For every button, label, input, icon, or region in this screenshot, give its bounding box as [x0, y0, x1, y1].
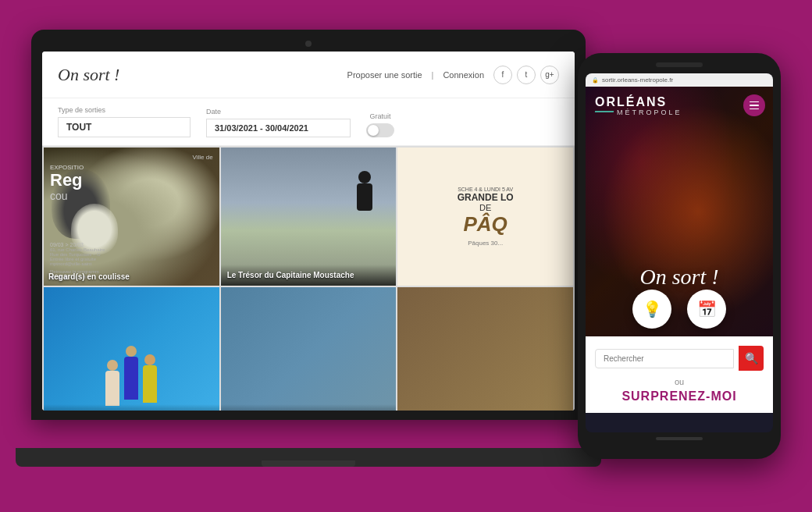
type-label: Type de sorties — [58, 106, 191, 114]
site-logo: On sort ! — [58, 65, 119, 85]
easter-grande: GRANDE LO — [458, 192, 514, 203]
phone-action-buttons: 💡 📅 — [632, 290, 726, 329]
card-3-inner: SCHE 4 & LUNDI 5 AV GRANDE LO DE PÂQ Pâq… — [397, 148, 573, 286]
event-card-3[interactable]: SCHE 4 & LUNDI 5 AV GRANDE LO DE PÂQ Pâq… — [397, 148, 573, 286]
phone-surprenez[interactable]: SURPRENEZ-MOI — [595, 389, 764, 404]
phone-screen: 🔒 sortir.orleans-metropole.fr ORLÉANS MÉ… — [586, 73, 773, 432]
gratuit-field: Gratuit — [366, 112, 394, 137]
phone-bottom: 🔍 ou SURPRENEZ-MOI — [586, 336, 773, 413]
laptop: On sort ! Proposer une sortie | Connexio… — [31, 30, 593, 467]
type-input[interactable] — [58, 117, 191, 137]
card-1-title: Regard(s) en coulisse — [48, 272, 130, 281]
card-dates: 09/03 > 20/03 — [50, 242, 213, 247]
phone-logo: On sort ! — [639, 265, 718, 290]
date-input[interactable] — [206, 119, 351, 137]
gratuit-toggle[interactable] — [366, 123, 394, 137]
nav-divider: | — [432, 70, 434, 80]
event-card-6[interactable] — [397, 287, 573, 411]
date-field: Date — [206, 108, 351, 137]
phone-ou: ou — [595, 377, 764, 386]
gratuit-label: Gratuit — [369, 112, 390, 120]
phone-menu-button[interactable] — [743, 94, 765, 116]
event-card-5[interactable]: Orléans et — [221, 287, 397, 411]
laptop-screen: On sort ! Proposer une sortie | Connexio… — [42, 52, 575, 411]
hamburger-icon — [750, 101, 759, 110]
event-card-4[interactable]: Merci Francis ! - Les Coquettes — [44, 287, 219, 411]
card-5-overlay: Orléans et — [221, 404, 397, 411]
event-card-2[interactable]: Le Trésor du Capitaine Moustache — [221, 148, 397, 286]
phone-camera — [656, 62, 703, 67]
card-contact: 61, rue Charles-BeauhaireRue des Turquoi… — [50, 247, 213, 266]
search-bar: Type de sorties Date Gratuit — [42, 98, 575, 146]
phone-orleans-title: ORLÉANS — [595, 96, 682, 108]
card-4-overlay: Merci Francis ! - Les Coquettes — [44, 404, 219, 411]
phone: 🔒 sortir.orleans-metropole.fr ORLÉANS MÉ… — [578, 53, 781, 459]
header-nav: Proposer une sortie | Connexion f t g+ — [347, 66, 559, 84]
facebook-icon[interactable]: f — [493, 66, 512, 84]
event-card-1[interactable]: Ville de EXPOSITIO Reg cou 09/03 > 20/03… — [44, 148, 219, 286]
lock-icon: 🔒 — [592, 77, 599, 84]
phone-home-indicator — [656, 437, 703, 440]
easter-top: SCHE 4 & LUNDI 5 AV — [458, 187, 513, 192]
laptop-base — [16, 448, 601, 467]
expo-sub: cou — [50, 190, 213, 202]
lightbulb-button[interactable]: 💡 — [632, 290, 671, 329]
phone-address-bar: 🔒 sortir.orleans-metropole.fr — [586, 73, 773, 87]
website-header: On sort ! Proposer une sortie | Connexio… — [42, 52, 575, 98]
login-link[interactable]: Connexion — [443, 70, 484, 80]
city-label: Ville de — [50, 154, 213, 161]
easter-bottom: Pâques 30... — [468, 240, 503, 247]
scene: On sort ! Proposer une sortie | Connexio… — [31, 30, 781, 482]
type-field: Type de sorties — [58, 106, 191, 137]
card-2-overlay: Le Trésor du Capitaine Moustache — [221, 265, 397, 286]
phone-search-input[interactable] — [595, 349, 734, 368]
card-2-title: Le Trésor du Capitaine Moustache — [227, 271, 390, 279]
social-icons: f t g+ — [493, 66, 559, 84]
expo-title: Reg — [50, 171, 213, 190]
phone-orleans: ORLÉANS MÉTROPOLE — [595, 96, 682, 116]
twitter-icon[interactable]: t — [517, 66, 536, 84]
events-grid: Ville de EXPOSITIO Reg cou 09/03 > 20/03… — [42, 146, 575, 411]
phone-hero: ORLÉANS MÉTROPOLE On sort ! 💡 — [586, 87, 773, 336]
phone-orleans-sub: MÉTROPOLE — [617, 108, 682, 116]
easter-paque: PÂQ — [463, 212, 507, 236]
calendar-button[interactable]: 📅 — [687, 290, 726, 329]
googleplus-icon[interactable]: g+ — [540, 66, 559, 84]
propose-link[interactable]: Proposer une sortie — [347, 70, 422, 80]
phone-search-button[interactable]: 🔍 — [739, 346, 764, 371]
easter-de: DE — [479, 203, 491, 212]
laptop-body: On sort ! Proposer une sortie | Connexio… — [31, 30, 586, 420]
card-1-content: Ville de EXPOSITIO Reg cou 09/03 > 20/03… — [44, 148, 219, 286]
date-label: Date — [206, 108, 351, 116]
phone-address[interactable]: sortir.orleans-metropole.fr — [602, 76, 673, 84]
laptop-camera — [305, 41, 312, 47]
phone-search-row: 🔍 — [595, 346, 764, 371]
